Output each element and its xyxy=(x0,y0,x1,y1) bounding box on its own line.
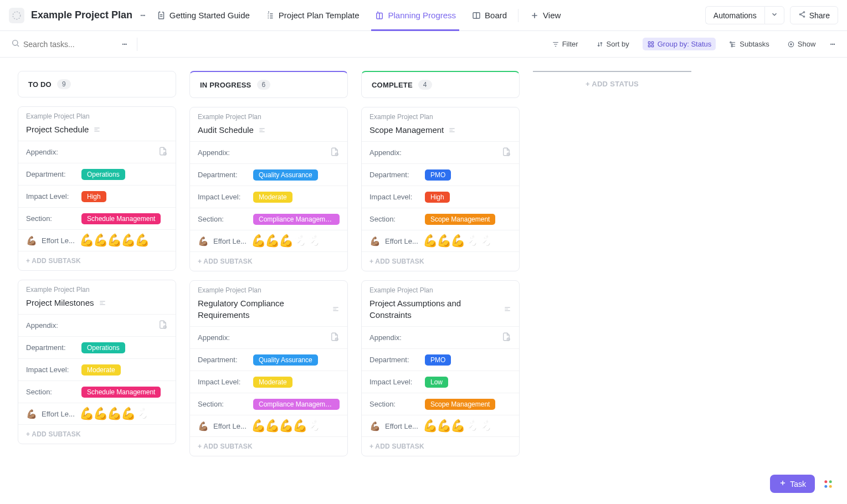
search-wrap[interactable] xyxy=(11,39,112,49)
add-subtask-button[interactable]: + ADD SUBTASK xyxy=(18,251,176,270)
effort-icon: 💪🏽 xyxy=(26,235,37,246)
view-tabs: Getting Started Guide Project Plan Templ… xyxy=(148,0,569,30)
pinned-board-icon xyxy=(374,11,384,20)
tab-add-view[interactable]: View xyxy=(522,0,568,30)
add-document-icon[interactable] xyxy=(158,146,168,158)
column-header-todo[interactable]: TO DO 9 xyxy=(18,71,176,97)
department-pill[interactable]: Quality Assurance xyxy=(253,169,318,181)
toolbar-more-icon[interactable]: ··· xyxy=(829,40,836,49)
field-label-effort: Effort Le... xyxy=(385,237,418,245)
add-subtask-button[interactable]: + ADD SUBTASK xyxy=(18,424,176,444)
add-document-icon[interactable] xyxy=(501,147,511,158)
task-card[interactable]: Example Project Plan Project Milestones … xyxy=(18,280,176,444)
search-options-icon[interactable]: ··· xyxy=(121,40,128,49)
task-card[interactable]: Example Project Plan Project Assumptions… xyxy=(361,280,520,456)
impact-pill[interactable]: Moderate xyxy=(81,364,121,376)
column-todo: TO DO 9 Example Project Plan Project Sch… xyxy=(18,71,176,466)
department-pill[interactable]: PMO xyxy=(425,354,451,366)
impact-pill[interactable]: Moderate xyxy=(253,377,292,388)
department-pill[interactable]: Quality Assurance xyxy=(253,354,318,366)
department-pill[interactable]: Operations xyxy=(81,342,125,353)
section-pill[interactable]: Schedule Management xyxy=(81,213,161,224)
effort-icon: 💪🏽 xyxy=(198,236,209,246)
group-by-button[interactable]: Group by: Status xyxy=(643,38,716,50)
tab-separator xyxy=(518,9,519,22)
effort-level[interactable]: 💪💪💪💪💪 xyxy=(423,235,492,247)
task-card[interactable]: Example Project Plan Scope Management Ap… xyxy=(361,107,520,271)
tab-planning-progress[interactable]: Planning Progress xyxy=(367,0,464,30)
field-label-impact: Impact Level: xyxy=(198,378,248,386)
apps-button[interactable] xyxy=(820,476,836,492)
automations-button[interactable]: Automations xyxy=(705,6,764,24)
show-button[interactable]: Show xyxy=(783,38,820,50)
section-pill[interactable]: Scope Management xyxy=(425,214,495,225)
chevron-down-icon xyxy=(771,11,778,20)
filter-button[interactable]: Filter xyxy=(547,38,583,50)
automations-group: Automations xyxy=(705,6,784,24)
add-subtask-button[interactable]: + ADD SUBTASK xyxy=(190,436,347,456)
impact-pill[interactable]: High xyxy=(425,192,450,203)
pinned-list-icon xyxy=(265,11,275,20)
svg-rect-10 xyxy=(651,45,654,47)
project-title[interactable]: Example Project Plan xyxy=(31,9,132,21)
section-pill[interactable]: Compliance Management xyxy=(253,399,340,410)
group-label: Group by: Status xyxy=(658,40,712,48)
tab-project-plan-template[interactable]: Project Plan Template xyxy=(258,0,367,30)
add-document-icon[interactable] xyxy=(158,320,168,331)
card-title: Project Schedule xyxy=(26,124,89,135)
project-icon[interactable] xyxy=(9,8,24,23)
plus-icon xyxy=(530,11,540,20)
add-document-icon[interactable] xyxy=(330,332,340,343)
column-header-complete[interactable]: COMPLETE 4 xyxy=(361,71,520,98)
search-input[interactable] xyxy=(23,40,112,49)
field-label-impact: Impact Level: xyxy=(26,366,76,374)
section-pill[interactable]: Compliance Management xyxy=(253,214,340,225)
department-pill[interactable]: Operations xyxy=(81,169,125,180)
description-icon xyxy=(258,126,266,134)
subtasks-label: Subtasks xyxy=(740,40,769,48)
impact-pill[interactable]: Low xyxy=(425,377,448,388)
effort-level[interactable]: 💪💪💪💪💪 xyxy=(251,235,320,247)
subtasks-button[interactable]: Subtasks xyxy=(725,38,773,50)
sort-button[interactable]: Sort by xyxy=(592,38,634,50)
search-icon xyxy=(11,39,20,49)
column-count: 9 xyxy=(57,79,71,89)
task-card[interactable]: Example Project Plan Regulatory Complian… xyxy=(189,280,348,456)
add-status-button[interactable]: + ADD STATUS xyxy=(533,71,691,96)
effort-level[interactable]: 💪💪💪💪💪 xyxy=(251,420,320,432)
column-header-inprogress[interactable]: IN PROGRESS 6 xyxy=(189,71,348,98)
share-button[interactable]: Share xyxy=(790,6,838,24)
add-subtask-button[interactable]: + ADD SUBTASK xyxy=(190,251,347,271)
impact-pill[interactable]: High xyxy=(81,191,106,202)
field-label-appendix: Appendix: xyxy=(369,333,419,342)
project-menu-icon[interactable]: ··· xyxy=(139,11,146,20)
new-task-button[interactable]: Task xyxy=(770,475,815,493)
department-pill[interactable]: PMO xyxy=(425,169,451,181)
section-pill[interactable]: Scope Management xyxy=(425,399,495,410)
tab-getting-started[interactable]: Getting Started Guide xyxy=(148,0,258,30)
add-document-icon[interactable] xyxy=(330,147,340,158)
effort-level[interactable]: 💪💪💪💪💪 xyxy=(423,420,492,432)
section-pill[interactable]: Schedule Management xyxy=(81,387,161,398)
effort-level[interactable]: 💪💪💪💪💪 xyxy=(79,408,148,420)
svg-point-5 xyxy=(803,16,804,17)
description-icon xyxy=(504,305,511,313)
automations-label: Automations xyxy=(713,11,757,20)
tab-board[interactable]: Board xyxy=(464,0,515,30)
impact-pill[interactable]: Moderate xyxy=(253,192,292,203)
field-label-effort: Effort Le... xyxy=(213,237,247,245)
field-label-appendix: Appendix: xyxy=(369,148,419,157)
task-card[interactable]: Example Project Plan Project Schedule Ap… xyxy=(18,106,176,271)
add-document-icon[interactable] xyxy=(501,332,511,343)
svg-point-3 xyxy=(803,12,804,13)
tab-label: Planning Progress xyxy=(388,11,456,20)
column-count: 4 xyxy=(418,80,432,90)
svg-point-12 xyxy=(790,43,792,44)
task-card[interactable]: Example Project Plan Audit Schedule Appe… xyxy=(189,107,348,271)
automations-dropdown[interactable] xyxy=(764,6,784,24)
effort-level[interactable]: 💪💪💪💪💪 xyxy=(79,234,148,246)
fab-task-label: Task xyxy=(790,480,806,488)
add-subtask-button[interactable]: + ADD SUBTASK xyxy=(362,436,519,456)
add-subtask-button[interactable]: + ADD SUBTASK xyxy=(362,251,519,271)
group-icon xyxy=(647,40,655,48)
